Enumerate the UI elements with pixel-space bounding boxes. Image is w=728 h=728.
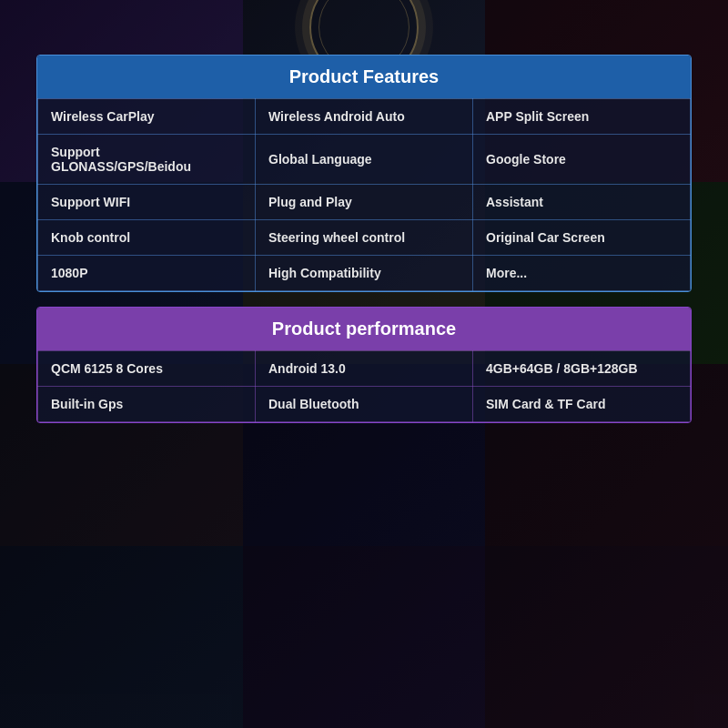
features-title: Product Features xyxy=(37,56,691,98)
table-row: QCM 6125 8 CoresAndroid 13.04GB+64GB / 8… xyxy=(38,351,691,387)
table-cell: Assistant xyxy=(473,185,691,220)
table-cell: Plug and Play xyxy=(256,185,473,220)
table-cell: QCM 6125 8 Cores xyxy=(38,351,256,387)
table-cell: SIM Card & TF Card xyxy=(473,387,691,422)
table-row: Support GLONASS/GPS/BeidouGlobal Languag… xyxy=(38,135,691,185)
features-table: Wireless CarPlayWireless Android AutoAPP… xyxy=(37,98,691,291)
table-cell: More... xyxy=(473,256,691,291)
table-cell: Google Store xyxy=(473,135,691,185)
table-cell: Dual Bluetooth xyxy=(256,387,473,422)
features-section: Product Features Wireless CarPlayWireles… xyxy=(36,55,692,292)
table-cell: Wireless Android Auto xyxy=(256,99,473,135)
table-row: Support WIFIPlug and PlayAssistant xyxy=(38,185,691,220)
table-cell: Built-in Gps xyxy=(38,387,256,422)
table-row: Wireless CarPlayWireless Android AutoAPP… xyxy=(38,99,691,135)
bg-cell-12 xyxy=(485,546,728,728)
table-cell: Support WIFI xyxy=(38,185,256,220)
table-cell: Global Language xyxy=(256,135,473,185)
table-cell: Original Car Screen xyxy=(473,220,691,256)
table-cell: 4GB+64GB / 8GB+128GB xyxy=(473,351,691,387)
table-row: Built-in GpsDual BluetoothSIM Card & TF … xyxy=(38,387,691,422)
bg-cell-11 xyxy=(243,546,486,728)
table-cell: Android 13.0 xyxy=(256,351,473,387)
page-content: Product Features Wireless CarPlayWireles… xyxy=(0,46,728,441)
table-row: 1080PHigh CompatibilityMore... xyxy=(38,256,691,291)
performance-table: QCM 6125 8 CoresAndroid 13.04GB+64GB / 8… xyxy=(37,350,691,422)
performance-section: Product performance QCM 6125 8 CoresAndr… xyxy=(36,307,692,423)
table-cell: High Compatibility xyxy=(256,256,473,291)
table-cell: Steering wheel control xyxy=(256,220,473,256)
table-row: Knob controlSteering wheel controlOrigin… xyxy=(38,220,691,256)
table-cell: Knob control xyxy=(38,220,256,256)
table-cell: Wireless CarPlay xyxy=(38,99,256,135)
table-cell: APP Split Screen xyxy=(473,99,691,135)
bg-cell-10 xyxy=(0,546,243,728)
table-cell: 1080P xyxy=(38,256,256,291)
table-cell: Support GLONASS/GPS/Beidou xyxy=(38,135,256,185)
performance-title: Product performance xyxy=(37,308,691,350)
